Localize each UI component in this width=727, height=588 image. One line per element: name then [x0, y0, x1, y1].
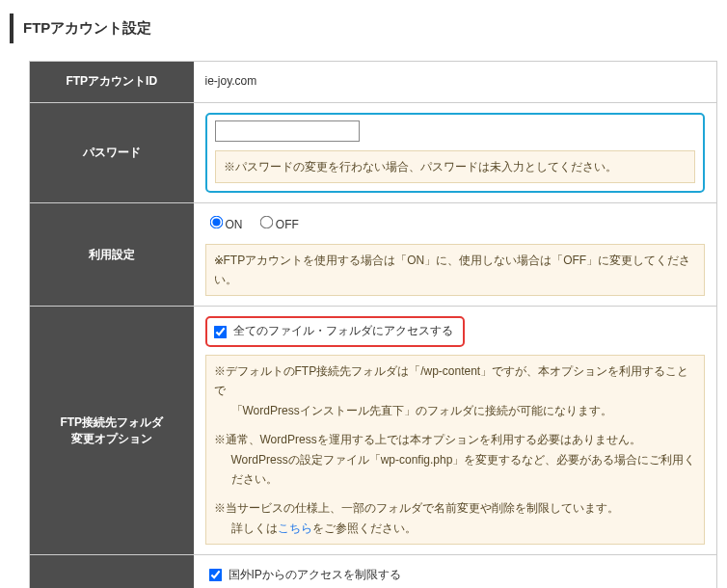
- usage-radio-group: ON OFF: [205, 213, 706, 236]
- settings-table: FTPアカウントID ie-joy.com パスワード ※パスワードの変更を行わ…: [29, 61, 717, 588]
- usage-on-radio[interactable]: [209, 216, 223, 229]
- password-highlight-box: ※パスワードの変更を行わない場合、パスワードは未入力としてください。: [205, 113, 706, 193]
- label-folder-option: FTP接続先フォルダ 変更オプション: [30, 307, 194, 555]
- folder-checkbox-highlight: 全てのファイル・フォルダにアクセスする: [205, 316, 465, 347]
- overseas-ip-checkbox[interactable]: [208, 569, 222, 582]
- row-account-id: FTPアカウントID ie-joy.com: [30, 62, 717, 103]
- overseas-ip-checkbox-label: 国外IPからのアクセスを制限する: [229, 565, 401, 586]
- value-account-id: ie-joy.com: [194, 62, 717, 103]
- label-usage: 利用設定: [30, 203, 194, 307]
- label-overseas-ip: 国外IPからのアクセス制限: [30, 555, 194, 588]
- row-overseas-ip: 国外IPからのアクセス制限 国外IPからのアクセスを制限する ※国外からアクセス…: [30, 555, 717, 588]
- row-usage: 利用設定 ON OFF ※FTPアカウントを使用する場合は「ON」に、使用しない…: [30, 203, 717, 307]
- folder-access-checkbox-label: 全てのファイル・フォルダにアクセスする: [233, 321, 453, 342]
- usage-off-label[interactable]: OFF: [256, 218, 299, 231]
- overseas-ip-checkbox-line: 国外IPからのアクセスを制限する: [205, 565, 401, 586]
- row-folder-option: FTP接続先フォルダ 変更オプション 全てのファイル・フォルダにアクセスする ※…: [30, 307, 717, 555]
- label-account-id: FTPアカウントID: [30, 62, 194, 103]
- password-note: ※パスワードの変更を行わない場合、パスワードは未入力としてください。: [215, 150, 696, 183]
- usage-off-radio[interactable]: [260, 216, 274, 229]
- label-password: パスワード: [30, 102, 194, 202]
- row-password: パスワード ※パスワードの変更を行わない場合、パスワードは未入力としてください。: [30, 102, 717, 202]
- folder-option-note: ※デフォルトのFTP接続先フォルダは「/wp-content」ですが、本オプショ…: [205, 355, 706, 545]
- folder-access-checkbox[interactable]: [213, 325, 227, 338]
- password-input[interactable]: [215, 120, 360, 142]
- page-title: FTPアカウント設定: [10, 13, 717, 43]
- usage-note: ※FTPアカウントを使用する場合は「ON」に、使用しない場合は「OFF」に変更し…: [205, 244, 706, 297]
- usage-on-label[interactable]: ON: [205, 218, 243, 231]
- folder-note-link[interactable]: こちら: [278, 521, 312, 535]
